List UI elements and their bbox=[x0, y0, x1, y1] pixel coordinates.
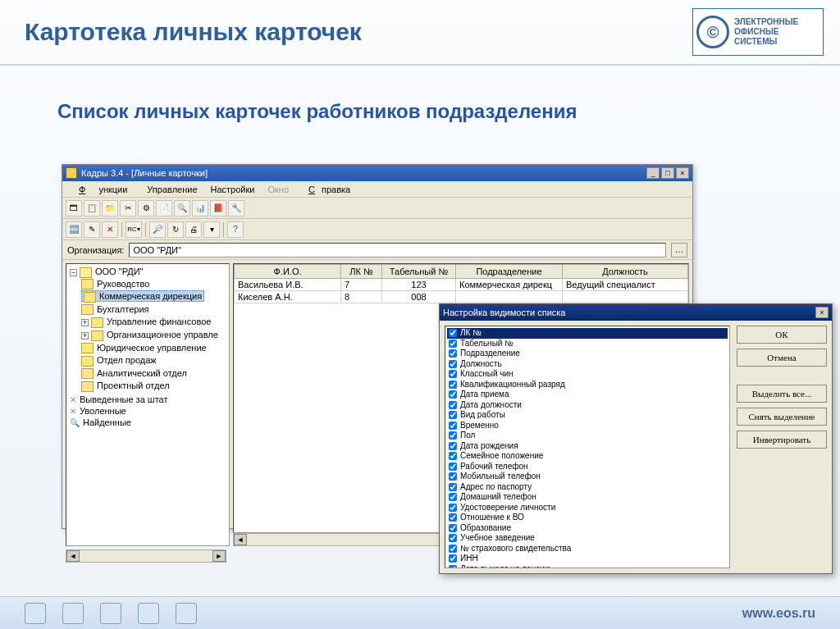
tree-found[interactable]: Найденные bbox=[83, 417, 131, 427]
checklist-item[interactable]: ИНН bbox=[447, 554, 728, 564]
checklist-item[interactable]: ЛК № bbox=[447, 328, 728, 339]
checklist-item[interactable]: Учебное заведение bbox=[447, 533, 728, 544]
checklist-checkbox[interactable] bbox=[449, 360, 457, 368]
tree-scroll-right-icon[interactable]: ► bbox=[212, 550, 226, 562]
col-dept[interactable]: Подразделение bbox=[456, 265, 563, 279]
checklist-item[interactable]: Табельный № bbox=[447, 339, 728, 349]
table-row[interactable]: Васильева И.В. 7 123 Коммерческая дирекц… bbox=[235, 279, 688, 291]
toolbar-btn-2[interactable]: 📋 bbox=[84, 200, 100, 217]
checklist-checkbox[interactable] bbox=[449, 349, 457, 358]
checklist-item[interactable]: Домашний телефон bbox=[447, 492, 728, 503]
dialog-titlebar[interactable]: Настройка видимости списка × bbox=[440, 304, 832, 321]
toolbar-btn-5[interactable]: ⚙ bbox=[138, 200, 154, 217]
org-input[interactable] bbox=[129, 243, 666, 258]
checklist-checkbox[interactable] bbox=[449, 565, 457, 568]
tb2-new[interactable]: 🆕 bbox=[66, 221, 82, 238]
tree-out-of-staff[interactable]: Выведенные за штат bbox=[80, 394, 167, 404]
table-row[interactable]: Киселев А.Н. 8 008 bbox=[235, 291, 688, 303]
tb2-edit[interactable]: ✎ bbox=[84, 221, 100, 238]
toolbar-btn-7[interactable]: 🔍 bbox=[174, 200, 190, 217]
checklist-checkbox[interactable] bbox=[449, 524, 457, 532]
tb2-help[interactable]: ? bbox=[227, 221, 244, 238]
tb2-refresh[interactable]: ↻ bbox=[167, 221, 184, 238]
toolbar-btn-3[interactable]: 📁 bbox=[102, 200, 118, 217]
menu-window[interactable]: Окно bbox=[261, 183, 295, 196]
checklist-checkbox[interactable] bbox=[449, 370, 457, 378]
checklist-checkbox[interactable] bbox=[449, 452, 457, 460]
checklist-item[interactable]: Квалификационный разряд bbox=[447, 380, 728, 390]
maximize-button[interactable]: □ bbox=[661, 167, 674, 179]
tb2-rc[interactable]: RC▾ bbox=[126, 221, 142, 238]
toolbar-btn-4[interactable]: ✂ bbox=[120, 200, 136, 217]
tree-item-6[interactable]: Отдел продаж bbox=[81, 355, 157, 365]
select-all-button[interactable]: Выделить все... bbox=[737, 385, 827, 403]
toolbar-btn-6[interactable]: 📄 bbox=[156, 200, 172, 217]
checklist-checkbox[interactable] bbox=[449, 381, 457, 389]
tree-hscroll[interactable]: ◄ ► bbox=[66, 549, 226, 563]
tb2-find[interactable]: 🔎 bbox=[149, 221, 166, 238]
tb2-dd[interactable]: ▾ bbox=[203, 221, 220, 238]
checklist-item[interactable]: Пол bbox=[447, 431, 728, 441]
checklist-checkbox[interactable] bbox=[449, 390, 457, 399]
checklist-checkbox[interactable] bbox=[449, 504, 457, 512]
visibility-checklist[interactable]: ЛК №Табельный №ПодразделениеДолжностьКла… bbox=[445, 326, 730, 568]
tb2-delete[interactable]: ✕ bbox=[102, 221, 118, 238]
checklist-item[interactable]: Образование bbox=[447, 523, 728, 534]
checklist-checkbox[interactable] bbox=[449, 554, 457, 563]
org-browse-button[interactable]: … bbox=[671, 243, 687, 258]
checklist-item[interactable]: № страхового свидетельства bbox=[447, 544, 728, 554]
checklist-item[interactable]: Дата приема bbox=[447, 390, 728, 400]
checklist-item[interactable]: Отношение к ВО bbox=[447, 513, 728, 523]
checklist-item[interactable]: Рабочий телефон bbox=[447, 462, 728, 472]
toolbar-btn-1[interactable]: 🗔 bbox=[66, 200, 82, 217]
tree-item-8[interactable]: Проектный отдел bbox=[81, 381, 170, 390]
scroll-left-icon[interactable]: ◄ bbox=[234, 534, 247, 545]
checklist-item[interactable]: Подразделение bbox=[447, 349, 728, 359]
checklist-item[interactable]: Дата рождения bbox=[447, 441, 728, 452]
tree-root[interactable]: ООО "РДИ" bbox=[80, 267, 144, 276]
checklist-item[interactable]: Адрес по паспорту bbox=[447, 482, 728, 493]
tree-fired[interactable]: Уволенные bbox=[80, 406, 126, 416]
checklist-checkbox[interactable] bbox=[449, 411, 457, 419]
col-fio[interactable]: Ф.И.О. bbox=[235, 265, 341, 279]
tb2-print[interactable]: 🖨 bbox=[185, 221, 202, 238]
checklist-checkbox[interactable] bbox=[449, 483, 457, 491]
tree-scroll-left-icon[interactable]: ◄ bbox=[66, 550, 80, 562]
checklist-checkbox[interactable] bbox=[449, 401, 457, 409]
checklist-checkbox[interactable] bbox=[449, 472, 457, 481]
checklist-checkbox[interactable] bbox=[449, 442, 457, 450]
checklist-item[interactable]: Мобильный телефон bbox=[447, 472, 728, 482]
checklist-item[interactable]: Дата должности bbox=[447, 400, 728, 411]
checklist-item[interactable]: Семейное положение bbox=[447, 451, 728, 462]
checklist-checkbox[interactable] bbox=[449, 422, 457, 430]
close-button[interactable]: × bbox=[676, 167, 689, 179]
menu-functions[interactable]: Функции bbox=[66, 183, 140, 196]
cancel-button[interactable]: Отмена bbox=[737, 349, 827, 367]
tree-item-4[interactable]: Организационное управле bbox=[91, 330, 218, 340]
checklist-item[interactable]: Вид работы bbox=[447, 410, 728, 421]
col-tab[interactable]: Табельный № bbox=[382, 265, 456, 279]
checklist-checkbox[interactable] bbox=[449, 545, 457, 553]
checklist-checkbox[interactable] bbox=[449, 534, 457, 542]
checklist-checkbox[interactable] bbox=[449, 431, 457, 440]
toolbar-btn-10[interactable]: 🔧 bbox=[228, 200, 244, 217]
checklist-item[interactable]: Удостоверение личности bbox=[447, 503, 728, 513]
menu-settings[interactable]: Настройки bbox=[204, 183, 262, 196]
tree-item-5[interactable]: Юридическое управление bbox=[81, 343, 207, 353]
menu-help[interactable]: Справка bbox=[295, 183, 357, 196]
checklist-checkbox[interactable] bbox=[449, 493, 457, 501]
dialog-close-button[interactable]: × bbox=[815, 307, 829, 318]
checklist-checkbox[interactable] bbox=[449, 513, 457, 522]
checklist-item[interactable]: Временно bbox=[447, 421, 728, 431]
col-pos[interactable]: Должность bbox=[563, 265, 688, 279]
checklist-checkbox[interactable] bbox=[449, 463, 457, 471]
tree-item-7[interactable]: Аналитический отдел bbox=[81, 368, 187, 378]
checklist-checkbox[interactable] bbox=[449, 329, 457, 337]
tree-item-2[interactable]: Бухгалтерия bbox=[81, 304, 149, 314]
deselect-button[interactable]: Снять выделение bbox=[737, 408, 827, 426]
toolbar-btn-8[interactable]: 📊 bbox=[192, 200, 208, 217]
checklist-item[interactable]: Должность bbox=[447, 359, 728, 370]
checklist-item[interactable]: Дата выхода на пенсию bbox=[447, 564, 728, 569]
tree-item-1[interactable]: Коммерческая дирекция bbox=[81, 290, 204, 302]
checklist-checkbox[interactable] bbox=[449, 340, 457, 348]
